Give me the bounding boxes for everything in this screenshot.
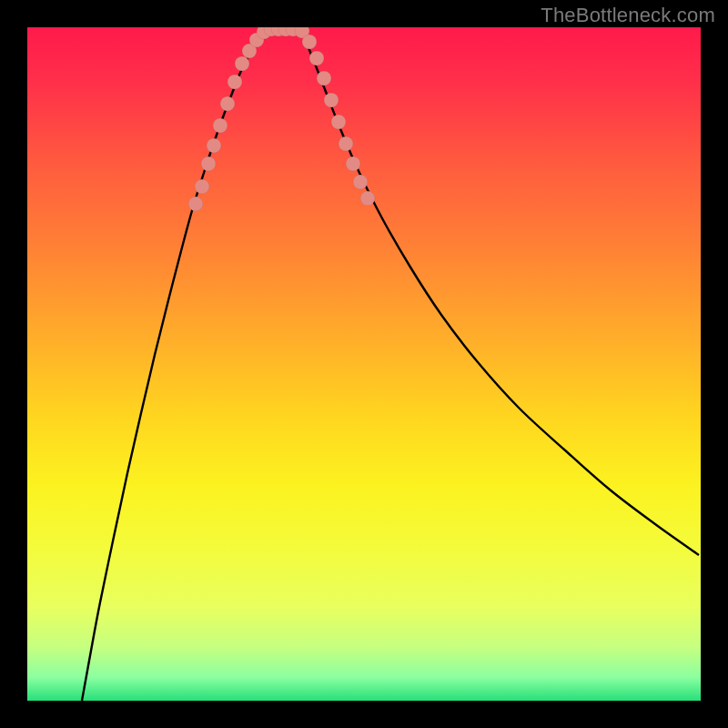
data-dot xyxy=(201,157,216,171)
data-dot xyxy=(188,197,203,211)
data-dot xyxy=(353,175,368,189)
data-dot xyxy=(207,138,221,153)
data-dot xyxy=(360,191,375,206)
data-dot xyxy=(346,157,360,171)
chart-stage: TheBottleneck.com xyxy=(0,0,728,728)
data-dot xyxy=(220,96,235,111)
data-dot xyxy=(235,56,249,71)
data-dot xyxy=(317,71,331,86)
chart-svg xyxy=(27,27,701,701)
data-dot xyxy=(302,35,317,49)
bottleneck-curve xyxy=(82,27,699,701)
data-dot xyxy=(213,118,228,133)
data-dot xyxy=(309,51,324,66)
data-dot xyxy=(339,136,353,151)
data-dot xyxy=(228,75,242,89)
data-dot xyxy=(331,115,346,129)
data-dot xyxy=(324,93,339,107)
dots-group xyxy=(188,27,375,211)
data-dot xyxy=(195,179,209,194)
plot-area xyxy=(27,27,701,701)
watermark-text: TheBottleneck.com xyxy=(541,4,715,27)
